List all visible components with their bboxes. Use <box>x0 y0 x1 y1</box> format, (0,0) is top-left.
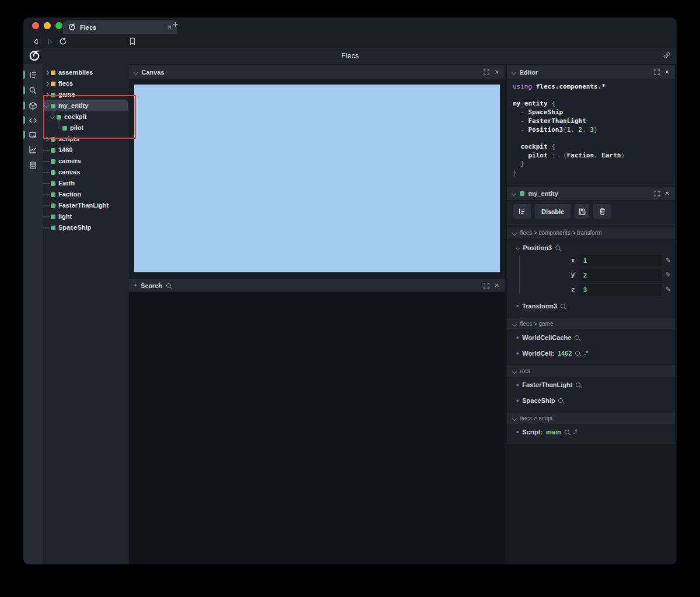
close-window-button[interactable] <box>32 22 39 29</box>
tree-item-label: SpaceShip <box>58 222 91 233</box>
expand-panel-icon[interactable] <box>654 69 660 75</box>
minimize-window-button[interactable] <box>44 22 51 29</box>
delete-button[interactable] <box>593 204 611 219</box>
code-line <box>513 92 669 100</box>
tree-leaf-dash <box>43 183 50 184</box>
chevron-down-icon <box>512 231 517 236</box>
tree-item-FasterThanLight[interactable]: FasterThanLight <box>43 200 129 211</box>
query-icon[interactable] <box>575 351 580 356</box>
entity-color-square <box>51 192 55 197</box>
code-line: } <box>513 168 669 177</box>
tree-item-flecs[interactable]: flecs <box>43 78 129 89</box>
tree-expand-chevron-icon[interactable] <box>44 70 49 75</box>
script-editor[interactable]: using flecs.components.* my_entity { - S… <box>507 79 675 181</box>
tree-item-1460[interactable]: 1460 <box>43 145 129 156</box>
component-value: 1462 <box>558 350 572 357</box>
webgl-canvas[interactable] <box>134 85 500 272</box>
field-z-input[interactable]: 3 <box>579 284 662 296</box>
tree-item-canvas[interactable]: canvas <box>43 167 129 178</box>
chevron-down-icon[interactable] <box>512 191 516 196</box>
query-icon[interactable] <box>558 398 563 403</box>
rail-entities-button[interactable] <box>23 98 43 113</box>
query-icon[interactable] <box>565 430 569 434</box>
rail-stats-button[interactable] <box>23 142 43 157</box>
chevron-down-icon[interactable] <box>512 70 516 75</box>
screenshot-stage: Flecs ✕ + flecs.dev <box>0 0 700 597</box>
field-label: z <box>565 286 575 293</box>
tree-item-label: 1460 <box>58 145 72 156</box>
close-panel-icon[interactable]: ✕ <box>665 69 670 75</box>
query-icon[interactable] <box>561 304 565 308</box>
component-row[interactable]: •SpaceShip <box>507 392 675 408</box>
tree-expand-chevron-icon[interactable] <box>44 81 49 86</box>
component-row[interactable]: •FasterThanLight <box>507 377 675 392</box>
chevron-down-icon <box>512 416 517 421</box>
tree-item-Earth[interactable]: Earth <box>43 178 129 189</box>
code-line: pilot :- (Faction, Earth) <box>513 152 669 160</box>
section-path: flecs > script <box>520 415 553 422</box>
bookmark-icon[interactable] <box>127 36 138 47</box>
component-Position3[interactable]: Position3 <box>507 243 675 253</box>
inspector-section-header[interactable]: flecs > game <box>507 318 675 329</box>
entity-color-square <box>51 170 55 175</box>
component-row[interactable]: •WorldCellCache <box>507 329 675 345</box>
tree-item-label: light <box>58 211 72 222</box>
entity-color-dot <box>520 191 524 196</box>
bullet-icon: • <box>516 429 519 436</box>
expand-panel-icon[interactable] <box>654 191 660 196</box>
component-value: main <box>546 429 561 436</box>
component-row[interactable]: •WorldCell:1462.* <box>507 345 675 361</box>
expand-panel-icon[interactable] <box>484 69 489 75</box>
edit-pencil-icon[interactable]: ✎ <box>666 257 671 264</box>
browser-tab[interactable]: Flecs ✕ <box>63 20 177 34</box>
inspector-section-header[interactable]: root <box>507 366 675 377</box>
rail-code-button[interactable] <box>23 113 43 128</box>
forward-button[interactable] <box>44 36 55 47</box>
chevron-down-icon[interactable] <box>134 70 138 75</box>
tree-item-camera[interactable]: camera <box>43 156 129 167</box>
back-button[interactable] <box>30 36 41 47</box>
inspector-section-header[interactable]: flecs > components > transform <box>507 227 675 238</box>
expand-panel-icon[interactable] <box>484 283 489 289</box>
share-link-icon[interactable] <box>663 51 671 59</box>
edit-pencil-icon[interactable]: ✎ <box>666 271 671 279</box>
component-row[interactable]: •Script:main.* <box>507 424 675 440</box>
save-button[interactable] <box>575 204 589 219</box>
tree-item-label: camera <box>58 156 81 167</box>
close-panel-icon[interactable]: ✕ <box>495 69 499 75</box>
entity-color-square <box>51 215 55 219</box>
component-row[interactable]: •Transform3 <box>507 298 675 314</box>
tab-close-icon[interactable]: ✕ <box>167 24 172 30</box>
rail-search-button[interactable] <box>23 83 43 98</box>
field-y-input[interactable]: 2 <box>579 269 662 281</box>
query-icon[interactable] <box>555 245 560 250</box>
zoom-window-button[interactable] <box>55 22 62 29</box>
field-row-z: z3✎ <box>507 283 675 298</box>
toolbar-divider <box>507 224 675 224</box>
entity-color-square <box>51 203 55 208</box>
show-in-tree-button[interactable] <box>513 204 531 219</box>
tree-item-light[interactable]: light <box>43 211 129 222</box>
field-x-input[interactable]: 1 <box>579 255 662 266</box>
close-panel-icon[interactable]: ✕ <box>665 191 670 196</box>
field-row-x: x1✎ <box>507 254 675 269</box>
rail-tables-button[interactable] <box>23 157 43 173</box>
reload-button[interactable] <box>58 36 68 47</box>
disable-button[interactable]: Disable <box>535 204 570 219</box>
query-icon[interactable] <box>576 382 580 387</box>
rail-outliner-button[interactable] <box>23 67 43 82</box>
section-path: root <box>520 368 530 374</box>
rail-inspector-button[interactable] <box>23 127 43 142</box>
new-tab-button[interactable]: + <box>173 19 178 30</box>
tree-item-assemblies[interactable]: assemblies <box>43 67 129 78</box>
tree-item-Faction[interactable]: Faction <box>43 189 129 200</box>
edit-pencil-icon[interactable]: ✎ <box>666 286 671 293</box>
entity-color-square <box>51 148 55 153</box>
tree-item-label: flecs <box>58 78 73 89</box>
close-panel-icon[interactable]: ✕ <box>495 283 499 289</box>
tree-item-SpaceShip[interactable]: SpaceShip <box>43 222 129 233</box>
code-line: - FasterThanLight <box>513 117 669 126</box>
inspector-section-header[interactable]: flecs > script <box>507 413 675 424</box>
tree-item-label: canvas <box>58 167 80 178</box>
query-icon[interactable] <box>575 335 579 340</box>
